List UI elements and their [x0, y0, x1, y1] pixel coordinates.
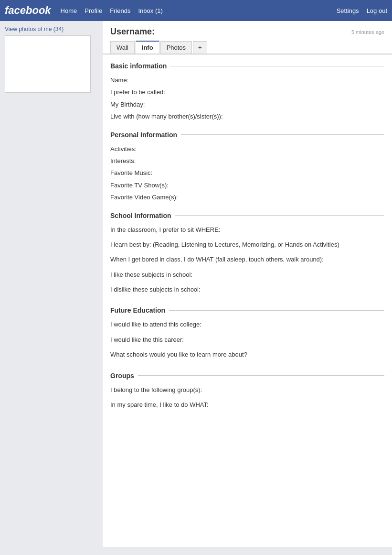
field-prefer-called: I prefer to be called:	[110, 87, 384, 98]
nav-home[interactable]: Home	[61, 7, 77, 14]
future-edu-line	[169, 310, 384, 311]
tab-photos[interactable]: Photos	[160, 41, 192, 54]
top-navigation: facebook Home Profile Friends Inbox (1) …	[0, 0, 392, 21]
tabs-bar: Wall Info Photos +	[103, 41, 392, 54]
groups-q1: I belong to the following group(s):	[110, 384, 384, 395]
school-q3: When I get bored in class, I do WHAT (fa…	[110, 254, 384, 265]
tab-add[interactable]: +	[193, 41, 207, 54]
field-video-games: Favorite Video Game(s):	[110, 192, 384, 203]
nav-right: Settings Log out	[337, 7, 387, 14]
personal-info-line	[181, 134, 384, 135]
basic-info-line	[170, 66, 384, 66]
tab-info[interactable]: Info	[136, 41, 159, 54]
nav-friends[interactable]: Friends	[110, 7, 130, 14]
school-information-section: School Information In the classroom, I p…	[103, 212, 392, 307]
school-info-content: In the classroom, I prefer to sit WHERE:…	[110, 224, 384, 295]
future-education-section: Future Education I would like to attend …	[103, 306, 392, 371]
photo-box	[5, 35, 91, 93]
field-siblings: Live with (how many brother(s)/sister(s)…	[110, 111, 384, 122]
future-edu-content: I would like to attend this college: I w…	[110, 319, 384, 360]
school-info-title: School Information	[110, 212, 171, 219]
username-bar: Username: 5 minutes ago	[103, 21, 392, 41]
tab-wall[interactable]: Wall	[110, 41, 135, 54]
nav-settings[interactable]: Settings	[337, 7, 359, 14]
nav-profile[interactable]: Profile	[85, 7, 102, 14]
basic-information-section: Basic information Name: I prefer to be c…	[103, 62, 392, 131]
school-q5: I dislike these subjects in school:	[110, 284, 384, 295]
groups-content: I belong to the following group(s): In m…	[110, 384, 384, 411]
field-birthday: My Birthday:	[110, 99, 384, 110]
personal-info-header: Personal Information	[110, 131, 384, 139]
field-music: Favorite Music:	[110, 167, 384, 178]
future-q1: I would like to attend this college:	[110, 319, 384, 330]
main-content: Username: 5 minutes ago Wall Info Photos…	[103, 21, 392, 547]
view-photos-link[interactable]: View photos of me (34)	[5, 26, 98, 33]
future-q3: What schools would you like to learn mor…	[110, 349, 384, 360]
future-q2: I would like the this career:	[110, 334, 384, 345]
school-info-line	[175, 215, 384, 216]
personal-info-content: Activities: Interests: Favorite Music: F…	[110, 143, 384, 203]
brand-logo: facebook	[5, 4, 51, 17]
groups-q2: In my spare time, I like to do WHAT:	[110, 399, 384, 410]
basic-info-title: Basic information	[110, 62, 167, 70]
school-q2: I learn best by: (Reading, Listening to …	[110, 239, 384, 250]
field-name: Name:	[110, 75, 384, 86]
username-label: Username:	[110, 27, 155, 37]
future-edu-header: Future Education	[110, 306, 384, 314]
groups-header: Groups	[110, 372, 384, 380]
personal-info-title: Personal Information	[110, 131, 177, 139]
future-edu-title: Future Education	[110, 306, 165, 314]
basic-info-header: Basic information	[110, 62, 384, 70]
field-interests: Interests:	[110, 155, 384, 166]
nav-inbox[interactable]: Inbox (1)	[138, 7, 163, 14]
groups-title: Groups	[110, 372, 134, 380]
sidebar: View photos of me (34)	[0, 21, 103, 547]
field-activities: Activities:	[110, 143, 384, 154]
school-info-header: School Information	[110, 212, 384, 219]
groups-section: Groups I belong to the following group(s…	[103, 372, 392, 422]
timestamp: 5 minutes ago	[351, 29, 384, 35]
school-q4: I like these subjects in school:	[110, 269, 384, 280]
personal-information-section: Personal Information Activities: Interes…	[103, 131, 392, 212]
nav-links: Home Profile Friends Inbox (1)	[61, 7, 337, 14]
school-q1: In the classroom, I prefer to sit WHERE:	[110, 224, 384, 235]
groups-line	[138, 375, 384, 376]
field-tv-shows: Favorite TV Show(s):	[110, 180, 384, 191]
basic-info-content: Name: I prefer to be called: My Birthday…	[110, 75, 384, 122]
nav-logout[interactable]: Log out	[367, 7, 387, 14]
